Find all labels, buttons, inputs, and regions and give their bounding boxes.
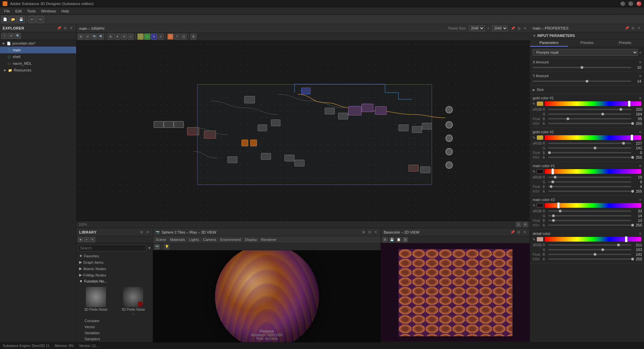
gold-color-2-eyedropper[interactable]: ✎ xyxy=(533,136,535,140)
prop-pin-icon[interactable]: 📌 xyxy=(625,26,629,31)
tab-preview[interactable]: Preview xyxy=(568,39,606,47)
mc1-g-track[interactable] xyxy=(548,181,631,183)
gc2-r-track[interactable] xyxy=(548,143,631,144)
graph-expand-icon[interactable]: ⊟ xyxy=(517,26,521,31)
explorer-search-button[interactable]: 🔍 xyxy=(15,33,21,39)
menu-windows[interactable]: Windows xyxy=(38,8,59,14)
library-close-icon[interactable]: ✕ xyxy=(145,230,150,235)
x-amount-thumb[interactable] xyxy=(581,66,583,69)
gc1-r-thumb[interactable] xyxy=(620,108,622,111)
explorer-expand-icon[interactable]: ⊟ xyxy=(63,26,67,31)
dc-a-thumb[interactable] xyxy=(631,258,634,260)
graph-channel-b[interactable]: B xyxy=(151,34,157,40)
explorer-pin-icon[interactable]: 📌 xyxy=(57,26,61,31)
explorer-close-icon[interactable]: ✕ xyxy=(69,26,73,31)
graph-node-2[interactable] xyxy=(164,121,174,128)
gc1-g-thumb[interactable] xyxy=(601,113,604,115)
graph-node-1[interactable] xyxy=(154,121,164,128)
graph-output-node4[interactable] xyxy=(445,148,453,155)
maximize-button[interactable]: □ xyxy=(629,1,633,6)
main-color-2-swatch[interactable] xyxy=(537,203,543,208)
detail-color-gradient[interactable] xyxy=(545,237,641,242)
view3d-light-btn[interactable]: 💡 xyxy=(164,244,169,249)
parent-size-select[interactable]: 20481024512 xyxy=(469,26,485,31)
mc2-g-thumb[interactable] xyxy=(552,214,555,217)
main-color-2-gradient[interactable] xyxy=(545,203,641,208)
y-amount-thumb[interactable] xyxy=(586,80,588,83)
main-color-1-settings[interactable]: ≡ xyxy=(639,164,641,168)
explorer-refresh-button[interactable]: ↺ xyxy=(8,33,14,39)
graph-output-node1[interactable] xyxy=(445,106,453,113)
mc2-r-thumb[interactable] xyxy=(559,210,561,212)
main-color-1-gradient[interactable] xyxy=(545,169,641,174)
preset-settings-icon[interactable]: ≡ xyxy=(639,51,641,54)
new-button[interactable]: 📄 xyxy=(1,16,9,23)
search-input[interactable] xyxy=(78,245,146,251)
view2d-grid-btn[interactable]: ⊞ xyxy=(382,237,388,242)
lib-edit-btn[interactable]: ✎ xyxy=(90,237,95,242)
view2d-close-icon[interactable]: ✕ xyxy=(522,230,527,235)
view3d-canvas[interactable]: Photoreal Iterations: 1000/1000 Time: 4s… xyxy=(153,250,381,343)
detail-color-picker[interactable] xyxy=(625,236,628,242)
x-amount-settings[interactable]: ≡ xyxy=(639,60,641,64)
prop-close-icon[interactable]: ✕ xyxy=(637,26,641,31)
dc-a-track[interactable] xyxy=(548,258,631,260)
tab-scene[interactable]: Scene xyxy=(156,237,166,242)
graph-tb-btn1[interactable]: ⊞ xyxy=(78,34,84,40)
mc1-r-thumb[interactable] xyxy=(554,176,556,179)
detail-color-settings[interactable]: ≡ xyxy=(639,232,641,236)
gold-color-1-gradient[interactable] xyxy=(545,101,641,106)
tree-item-resources[interactable]: ▶ 📁 Resources xyxy=(0,67,76,73)
view2d-expand-icon[interactable]: ⊟ xyxy=(516,230,521,235)
dc-g-thumb[interactable] xyxy=(601,248,604,251)
tab-camera[interactable]: Camera xyxy=(203,237,216,242)
gc1-g-track[interactable] xyxy=(548,113,631,115)
menu-edit[interactable]: Edit xyxy=(13,8,24,14)
graph-tb-btn4[interactable]: 🔍 xyxy=(98,34,104,40)
mc2-r-track[interactable] xyxy=(548,210,631,212)
undo-button[interactable]: ↩ xyxy=(29,16,36,23)
lib-sub-samplers[interactable]: Samplers xyxy=(82,336,153,342)
detail-color-swatch[interactable] xyxy=(537,237,543,242)
gold-color-2-swatch[interactable] xyxy=(537,135,543,140)
gold-color-2-settings[interactable]: ≡ xyxy=(639,130,641,134)
tree-item-main[interactable]: ⬡ main xyxy=(0,47,76,53)
view3d-close-icon[interactable]: ✕ xyxy=(373,230,378,235)
explorer-add-button[interactable]: + xyxy=(1,33,7,39)
graph-tb-btn5[interactable]: ⊕ xyxy=(108,34,114,40)
view2d-chain-btn[interactable]: ⛓ xyxy=(402,237,408,242)
gold-color-2-picker[interactable] xyxy=(631,135,633,141)
dc-r-track[interactable] xyxy=(548,244,631,246)
graph-tb-btn2[interactable]: ↺ xyxy=(85,34,91,40)
tree-item-file[interactable]: ▶ 📄 porcelain.sbs* xyxy=(0,40,76,47)
search-filter-icon[interactable]: ▼ xyxy=(148,246,151,250)
parent-size-select2[interactable]: 20481024512 xyxy=(492,26,508,31)
graph-pin-icon[interactable]: 📌 xyxy=(511,26,515,31)
view3d-camera-btn[interactable]: 📷 xyxy=(154,244,160,249)
gc2-g-thumb[interactable] xyxy=(594,147,596,149)
view2d-save-btn[interactable]: 💾 xyxy=(389,237,394,242)
mc2-a-thumb[interactable] xyxy=(631,224,634,227)
preset-dropdown[interactable]: Pourpre royal xyxy=(533,49,638,56)
lib-sub-constant[interactable]: Constant xyxy=(82,318,153,324)
tree-item-nacre[interactable]: ◇ nacre_MDL xyxy=(0,60,76,67)
view3d-pin-icon[interactable]: ⊟ xyxy=(367,230,372,235)
y-amount-settings[interactable]: ≡ xyxy=(639,74,641,78)
gc2-b-track[interactable] xyxy=(548,152,631,153)
view2d-pin-icon[interactable]: 📌 xyxy=(510,230,515,235)
graph-close-icon[interactable]: ✕ xyxy=(523,26,527,31)
graph-canvas[interactable] xyxy=(76,41,530,221)
size-toggle[interactable]: ▶ Size xyxy=(533,88,641,92)
lib-sub-vector[interactable]: Vector xyxy=(82,324,153,330)
redo-button[interactable]: ↪ xyxy=(37,16,44,23)
detail-color-eyedropper[interactable]: ✎ xyxy=(533,238,535,241)
graph-channel-g[interactable]: G xyxy=(144,34,150,40)
graph-output-btn[interactable]: ⊛ xyxy=(167,34,173,40)
main-color-1-picker[interactable] xyxy=(551,168,554,174)
dc-r-thumb[interactable] xyxy=(617,244,620,246)
lib-add-btn[interactable]: + xyxy=(84,237,89,242)
dc-g-track[interactable] xyxy=(548,249,631,250)
graph-output-node5[interactable] xyxy=(445,161,453,169)
gc1-a-thumb[interactable] xyxy=(631,122,634,125)
graph-channel-rgba[interactable]: R xyxy=(138,34,144,40)
